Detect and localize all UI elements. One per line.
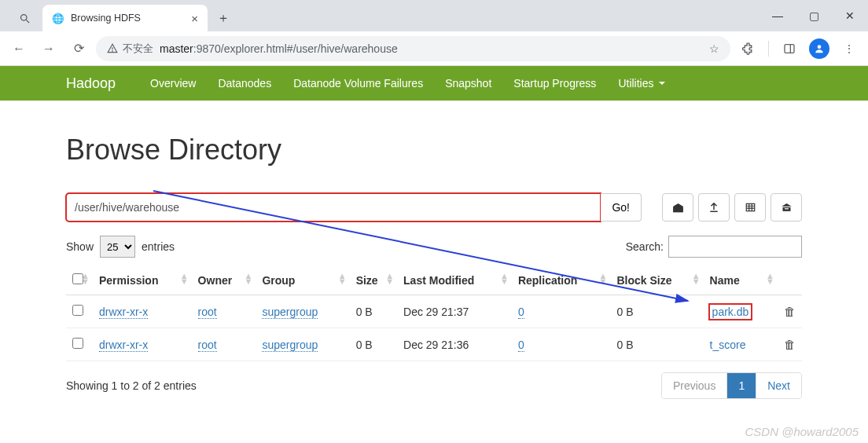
replication-link[interactable]: 0 [518,306,524,319]
svg-rect-4 [673,207,683,211]
tab-search-icon[interactable] [6,5,42,31]
cut-icon[interactable] [771,193,802,222]
side-panel-icon[interactable] [777,36,802,61]
col-owner[interactable]: Owner▲▼ [192,265,256,295]
watermark: CSDN @howard2005 [745,425,859,438]
group-link[interactable]: supergroup [262,339,318,352]
hadoop-navbar: Hadoop Overview Datanodes Datanode Volum… [0,66,868,101]
nav-volume-failures[interactable]: Datanode Volume Failures [282,66,434,101]
pager-next[interactable]: Next [756,373,801,398]
nav-utilities[interactable]: Utilities [607,66,675,101]
page-content: Browse Directory Go! Show 25 entries Sea… [0,101,868,399]
svg-point-0 [20,14,27,20]
globe-icon: 🌐 [52,13,64,24]
row-checkbox[interactable] [72,338,83,349]
col-group[interactable]: Group▲▼ [256,265,349,295]
url-input[interactable]: 不安全 master:9870/explorer.html#/user/hive… [96,36,730,61]
close-window-icon[interactable]: ✕ [832,3,868,28]
permission-link[interactable]: drwxr-xr-x [99,339,148,352]
nav-overview[interactable]: Overview [139,66,207,101]
browser-tab[interactable]: 🌐 Browsing HDFS × [42,5,208,31]
window-controls: — ▢ ✕ [760,0,868,31]
path-row: Go! [66,193,802,222]
col-name[interactable]: Name▲▼ [704,265,778,295]
table-controls: Show 25 entries Search: [66,236,802,258]
col-last-modified[interactable]: Last Modified▲▼ [397,265,512,295]
row-checkbox[interactable] [72,305,83,316]
maximize-icon[interactable]: ▢ [796,3,832,28]
avatar-icon [809,38,829,59]
group-link[interactable]: supergroup [262,306,318,319]
extensions-icon[interactable] [735,36,760,61]
blocksize-cell: 0 B [610,328,703,361]
replication-link[interactable]: 0 [518,339,524,352]
table-footer: Showing 1 to 2 of 2 entries Previous 1 N… [66,372,802,399]
nav-snapshot[interactable]: Snapshot [434,66,502,101]
blocksize-cell: 0 B [610,295,703,328]
permission-link[interactable]: drwxr-xr-x [99,306,148,319]
modified-cell: Dec 29 21:37 [397,295,512,328]
svg-rect-5 [746,203,755,211]
page-title: Browse Directory [66,134,802,167]
pager-page-1[interactable]: 1 [727,373,756,398]
minimize-icon[interactable]: — [760,3,796,28]
forward-icon[interactable]: → [36,36,61,61]
entries-select[interactable]: 25 [100,236,135,258]
chevron-down-icon [659,82,665,85]
back-icon[interactable]: ← [6,36,31,61]
new-folder-icon[interactable] [734,193,766,222]
go-button[interactable]: Go! [601,193,642,222]
browser-tab-strip: 🌐 Browsing HDFS × ＋ — ▢ ✕ [0,0,868,31]
name-link[interactable]: t_score [710,339,746,351]
url-text: master:9870/explorer.html#/user/hive/war… [160,42,398,55]
show-label: Show [66,240,94,253]
brand-label[interactable]: Hadoop [66,75,116,92]
file-table: ▲▼ Permission▲▼ Owner▲▼ Group▲▼ Size▲▼ L… [66,265,802,361]
trash-icon[interactable]: 🗑 [784,338,796,351]
search-label: Search: [626,240,664,253]
name-link[interactable]: park.db [710,305,752,319]
col-replication[interactable]: Replication▲▼ [512,265,611,295]
svg-rect-7 [785,208,789,209]
upload-icon[interactable] [698,193,730,222]
close-icon[interactable]: × [191,12,198,25]
svg-point-3 [818,45,822,49]
new-tab-button[interactable]: ＋ [212,7,234,29]
svg-point-1 [112,50,113,51]
owner-link[interactable]: root [198,306,217,319]
owner-link[interactable]: root [198,339,217,352]
kebab-menu-icon[interactable]: ⋮ [837,36,862,61]
home-icon[interactable] [662,193,693,222]
table-row: drwxr-xr-xrootsupergroup0 BDec 29 21:360… [66,328,802,361]
browser-address-bar: ← → ⟳ 不安全 master:9870/explorer.html#/use… [0,31,868,66]
nav-datanodes[interactable]: Datanodes [207,66,282,101]
size-cell: 0 B [350,328,397,361]
entries-label: entries [142,240,175,253]
tab-title: Browsing HDFS [71,13,141,24]
svg-rect-2 [785,44,794,53]
bookmark-star-icon[interactable]: ☆ [709,42,719,55]
pager-previous[interactable]: Previous [662,373,727,398]
insecure-badge: 不安全 [107,42,153,56]
sort-icon[interactable]: ▲▼ [81,273,90,284]
trash-icon[interactable]: 🗑 [784,305,796,318]
profile-avatar[interactable] [807,36,832,61]
insecure-label: 不安全 [123,42,153,56]
footer-info: Showing 1 to 2 of 2 entries [66,379,197,392]
col-permission[interactable]: Permission▲▼ [93,265,192,295]
reload-icon[interactable]: ⟳ [66,36,91,61]
pager: Previous 1 Next [661,372,802,399]
table-row: drwxr-xr-xrootsupergroup0 BDec 29 21:370… [66,295,802,328]
nav-startup-progress[interactable]: Startup Progress [502,66,607,101]
col-block-size[interactable]: Block Size▲▼ [610,265,703,295]
divider [768,41,769,57]
search-input[interactable] [668,236,802,258]
col-size[interactable]: Size▲▼ [350,265,397,295]
size-cell: 0 B [350,295,397,328]
path-input[interactable] [66,193,601,222]
modified-cell: Dec 29 21:36 [397,328,512,361]
